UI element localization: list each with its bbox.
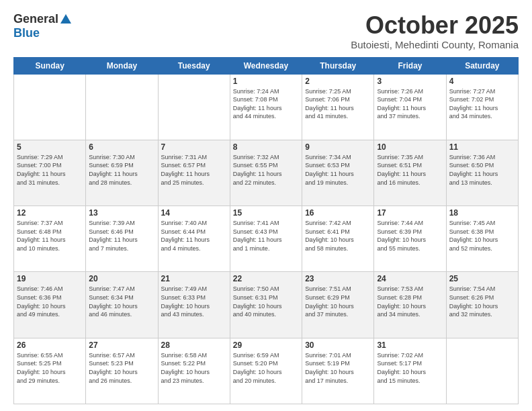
calendar-cell: 1Sunrise: 7:24 AM Sunset: 7:08 PM Daylig… [230,74,302,140]
day-number: 11 [449,142,515,152]
calendar-cell: 27Sunrise: 6:57 AM Sunset: 5:23 PM Dayli… [86,338,158,404]
calendar-cell [158,74,230,140]
day-info: Sunrise: 7:37 AM Sunset: 6:48 PM Dayligh… [17,219,83,253]
day-number: 21 [161,274,227,283]
day-number: 13 [89,208,154,218]
logo-general-text: General [13,12,58,26]
calendar-cell: 4Sunrise: 7:27 AM Sunset: 7:02 PM Daylig… [446,74,518,140]
calendar-cell: 20Sunrise: 7:47 AM Sunset: 6:34 PM Dayli… [86,272,158,338]
day-number: 4 [449,77,515,86]
day-info: Sunrise: 7:32 AM Sunset: 6:55 PM Dayligh… [233,153,299,187]
calendar-cell [446,338,518,404]
calendar-cell: 21Sunrise: 7:49 AM Sunset: 6:33 PM Dayli… [158,272,230,338]
day-info: Sunrise: 7:41 AM Sunset: 6:43 PM Dayligh… [233,219,299,253]
calendar-cell: 10Sunrise: 7:35 AM Sunset: 6:51 PM Dayli… [374,140,446,205]
calendar-cell: 12Sunrise: 7:37 AM Sunset: 6:48 PM Dayli… [14,206,86,272]
day-info: Sunrise: 7:51 AM Sunset: 6:29 PM Dayligh… [305,285,371,318]
day-info: Sunrise: 6:55 AM Sunset: 5:25 PM Dayligh… [17,351,83,385]
calendar-cell [86,74,158,140]
calendar-cell: 8Sunrise: 7:32 AM Sunset: 6:55 PM Daylig… [230,140,302,205]
day-number: 12 [17,208,83,218]
logo-blue-text: Blue [13,26,40,40]
day-number: 19 [17,274,83,283]
day-info: Sunrise: 6:59 AM Sunset: 5:20 PM Dayligh… [233,351,299,385]
header-friday: Friday [374,57,446,74]
day-info: Sunrise: 7:24 AM Sunset: 7:08 PM Dayligh… [233,87,299,121]
calendar-cell: 17Sunrise: 7:44 AM Sunset: 6:39 PM Dayli… [374,206,446,272]
day-info: Sunrise: 7:30 AM Sunset: 6:59 PM Dayligh… [89,153,154,187]
calendar-cell: 19Sunrise: 7:46 AM Sunset: 6:36 PM Dayli… [14,272,86,338]
day-info: Sunrise: 7:02 AM Sunset: 5:17 PM Dayligh… [377,351,443,385]
day-number: 22 [233,274,299,283]
day-info: Sunrise: 7:34 AM Sunset: 6:53 PM Dayligh… [305,153,371,187]
calendar-cell: 14Sunrise: 7:40 AM Sunset: 6:44 PM Dayli… [158,206,230,272]
day-number: 26 [17,340,83,350]
logo: General Blue [13,12,71,40]
day-number: 9 [305,142,371,152]
day-number: 29 [233,340,299,350]
calendar-cell: 18Sunrise: 7:45 AM Sunset: 6:38 PM Dayli… [446,206,518,272]
calendar-cell: 26Sunrise: 6:55 AM Sunset: 5:25 PM Dayli… [14,338,86,404]
day-info: Sunrise: 6:58 AM Sunset: 5:22 PM Dayligh… [161,351,227,385]
calendar-cell: 6Sunrise: 7:30 AM Sunset: 6:59 PM Daylig… [86,140,158,205]
calendar-cell: 3Sunrise: 7:26 AM Sunset: 7:04 PM Daylig… [374,74,446,140]
weekday-header-row: Sunday Monday Tuesday Wednesday Thursday… [14,57,519,74]
week-row-5: 26Sunrise: 6:55 AM Sunset: 5:25 PM Dayli… [14,338,519,404]
day-number: 3 [377,77,443,86]
calendar-cell: 2Sunrise: 7:25 AM Sunset: 7:06 PM Daylig… [302,74,374,140]
calendar-cell: 31Sunrise: 7:02 AM Sunset: 5:17 PM Dayli… [374,338,446,404]
day-info: Sunrise: 7:40 AM Sunset: 6:44 PM Dayligh… [161,219,227,253]
day-info: Sunrise: 7:44 AM Sunset: 6:39 PM Dayligh… [377,219,443,253]
location-text: Butoiesti, Mehedinti County, Romania [351,39,519,50]
week-row-3: 12Sunrise: 7:37 AM Sunset: 6:48 PM Dayli… [14,206,519,272]
logo-triangle-icon [60,14,71,24]
day-number: 25 [449,274,515,283]
day-number: 28 [161,340,227,350]
calendar-cell: 24Sunrise: 7:53 AM Sunset: 6:28 PM Dayli… [374,272,446,338]
day-info: Sunrise: 7:26 AM Sunset: 7:04 PM Dayligh… [377,87,443,121]
day-number: 20 [89,274,154,283]
header-tuesday: Tuesday [158,57,230,74]
day-info: Sunrise: 7:49 AM Sunset: 6:33 PM Dayligh… [161,285,227,318]
header-wednesday: Wednesday [230,57,302,74]
calendar-cell: 29Sunrise: 6:59 AM Sunset: 5:20 PM Dayli… [230,338,302,404]
day-number: 30 [305,340,371,350]
day-number: 1 [233,77,299,86]
week-row-2: 5Sunrise: 7:29 AM Sunset: 7:00 PM Daylig… [14,140,519,205]
day-number: 14 [161,208,227,218]
day-number: 7 [161,142,227,152]
day-number: 23 [305,274,371,283]
calendar-cell: 25Sunrise: 7:54 AM Sunset: 6:26 PM Dayli… [446,272,518,338]
day-number: 6 [89,142,154,152]
day-number: 8 [233,142,299,152]
day-info: Sunrise: 7:27 AM Sunset: 7:02 PM Dayligh… [449,87,515,121]
title-block: October 2025 Butoiesti, Mehedinti County… [351,12,519,50]
calendar-cell: 22Sunrise: 7:50 AM Sunset: 6:31 PM Dayli… [230,272,302,338]
page: General Blue October 2025 Butoiesti, Meh… [0,0,532,411]
calendar-cell: 5Sunrise: 7:29 AM Sunset: 7:00 PM Daylig… [14,140,86,205]
day-number: 31 [377,340,443,350]
day-number: 5 [17,142,83,152]
day-number: 18 [449,208,515,218]
calendar-cell: 13Sunrise: 7:39 AM Sunset: 6:46 PM Dayli… [86,206,158,272]
day-info: Sunrise: 7:47 AM Sunset: 6:34 PM Dayligh… [89,285,154,318]
day-info: Sunrise: 7:45 AM Sunset: 6:38 PM Dayligh… [449,219,515,253]
header-saturday: Saturday [446,57,518,74]
calendar-cell: 30Sunrise: 7:01 AM Sunset: 5:19 PM Dayli… [302,338,374,404]
day-info: Sunrise: 7:36 AM Sunset: 6:50 PM Dayligh… [449,153,515,187]
day-info: Sunrise: 7:53 AM Sunset: 6:28 PM Dayligh… [377,285,443,318]
header-thursday: Thursday [302,57,374,74]
day-number: 27 [89,340,154,350]
day-info: Sunrise: 7:29 AM Sunset: 7:00 PM Dayligh… [17,153,83,187]
day-info: Sunrise: 7:50 AM Sunset: 6:31 PM Dayligh… [233,285,299,318]
header-sunday: Sunday [14,57,86,74]
day-info: Sunrise: 7:35 AM Sunset: 6:51 PM Dayligh… [377,153,443,187]
day-info: Sunrise: 7:46 AM Sunset: 6:36 PM Dayligh… [17,285,83,318]
day-number: 10 [377,142,443,152]
day-info: Sunrise: 7:31 AM Sunset: 6:57 PM Dayligh… [161,153,227,187]
day-number: 16 [305,208,371,218]
day-number: 24 [377,274,443,283]
day-number: 15 [233,208,299,218]
calendar-cell [14,74,86,140]
day-number: 2 [305,77,371,86]
